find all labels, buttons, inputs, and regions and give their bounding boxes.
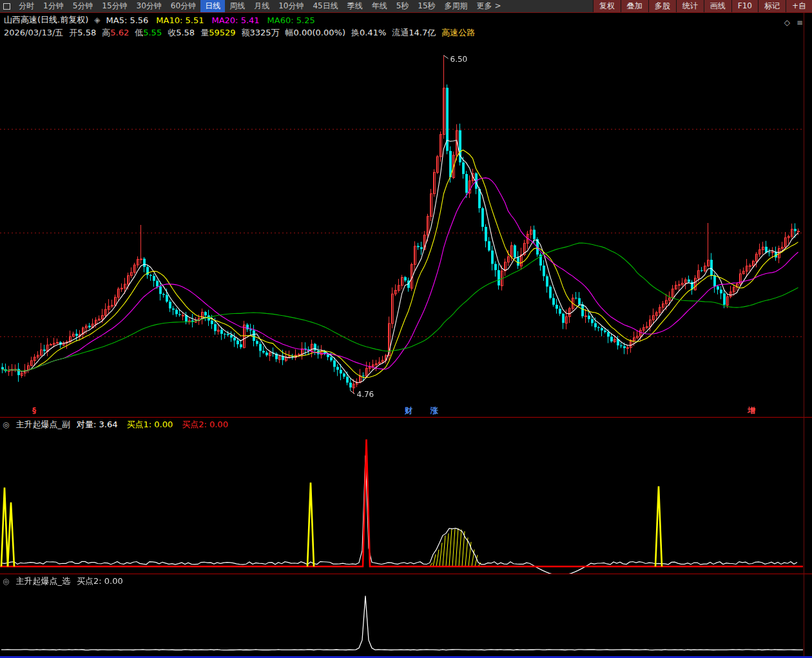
quote-field-label: 收 — [168, 28, 176, 37]
quote-field-量: 量59529 — [200, 27, 235, 39]
period-tab-周线[interactable]: 周线 — [225, 0, 249, 12]
indicator-2-values: 买点2: 0.00 — [77, 576, 123, 587]
indicator-2-name[interactable]: 主升起爆点_选 — [15, 576, 70, 587]
period-tab-15分钟[interactable]: 15分钟 — [97, 0, 131, 12]
toolbar-button-叠加[interactable]: 叠加 — [621, 0, 648, 12]
period-tab-年线[interactable]: 年线 — [367, 0, 392, 12]
indicator-1-name[interactable]: 主升起爆点_副 — [15, 419, 70, 431]
indicator-panel-2: ◎ 主升起爆点_选 买点2: 0.00 — [0, 574, 812, 657]
collapse-icon[interactable]: ◎ — [3, 420, 9, 429]
sector-link[interactable]: 高速公路 — [441, 27, 475, 39]
quote-field-label: 额 — [241, 28, 249, 37]
quote-field-value: 3325万 — [249, 28, 279, 37]
collapse-icon[interactable]: ◎ — [3, 577, 9, 586]
ma-label-3: MA20: 5.41 — [211, 15, 259, 25]
quote-field-额: 额3325万 — [241, 27, 279, 39]
chart-marker-增[interactable]: 增 — [748, 406, 755, 416]
quote-field-value: 0.41% — [360, 28, 386, 37]
indicator-1-values: 对量: 3.64买点1: 0.00买点2: 0.00 — [77, 419, 228, 431]
indicator-panel-1: ◎ 主升起爆点_副 对量: 3.64买点1: 0.00买点2: 0.00 — [0, 417, 812, 574]
chart-marker-财[interactable]: 财 — [405, 406, 412, 416]
toolbar-button-标记[interactable]: 标记 — [758, 0, 786, 12]
period-tabs: 分时1分钟5分钟15分钟30分钟60分钟日线周线月线10分钟45日线季线年线5秒… — [14, 0, 505, 12]
toolbar-right-buttons: 复权叠加多股统计画线F10标记+自 — [593, 0, 812, 12]
quote-field-value: 5.55 — [143, 28, 162, 37]
main-chart-canvas[interactable] — [0, 40, 812, 406]
info-bar: 山西高速(日线.前复权) ◈ MA5: 5.56MA10: 5.51MA20: … — [0, 13, 812, 40]
period-tab-日线[interactable]: 日线 — [200, 0, 225, 12]
quote-field-value: 59529 — [209, 28, 235, 37]
quote-field-流通: 流通14.7亿 — [392, 27, 436, 39]
menu-lines-icon[interactable]: ≡ — [797, 18, 803, 27]
quote-field-label: 开 — [69, 28, 77, 37]
info-row-2: 2026/03/13/五 开5.58高5.62低5.55收5.58量59529额… — [4, 27, 475, 39]
window-icon[interactable] — [3, 3, 10, 10]
chart-right-border — [804, 13, 804, 656]
period-tab-更多 >[interactable]: 更多 > — [472, 0, 506, 12]
period-tab-月线[interactable]: 月线 — [249, 0, 274, 12]
period-tab-30分钟[interactable]: 30分钟 — [132, 0, 166, 12]
indicator-value-2: 买点1: 0.00 — [126, 419, 173, 431]
ma-label-4: MA60: 5.25 — [267, 15, 315, 25]
indicator-value-1: 买点2: 0.00 — [77, 576, 123, 587]
ma-settings-icon[interactable]: ◈ — [94, 15, 100, 24]
toolbar-button-F10[interactable]: F10 — [731, 0, 758, 12]
period-tab-10分钟[interactable]: 10分钟 — [274, 0, 308, 12]
stock-app-window: 分时1分钟5分钟15分钟30分钟60分钟日线周线月线10分钟45日线季线年线5秒… — [0, 0, 812, 658]
period-tab-季线[interactable]: 季线 — [343, 0, 367, 12]
quote-field-label: 幅 — [285, 28, 294, 37]
quote-field-label: 换 — [351, 28, 360, 37]
quote-field-label: 低 — [135, 28, 143, 37]
toolbar-button-+自[interactable]: +自 — [786, 0, 812, 12]
indicator-2-canvas[interactable] — [0, 588, 812, 657]
toolbar-button-统计[interactable]: 统计 — [676, 0, 704, 12]
quote-fields: 开5.58高5.62低5.55收5.58量59529额3325万幅0.00(0.… — [69, 27, 436, 39]
period-tab-60分钟[interactable]: 60分钟 — [166, 0, 200, 12]
indicator-1-title-row: ◎ 主升起爆点_副 对量: 3.64买点1: 0.00买点2: 0.00 — [0, 418, 228, 432]
toolbar-button-复权[interactable]: 复权 — [593, 0, 621, 12]
ma-labels: MA5: 5.56MA10: 5.51MA20: 5.41MA60: 5.25 — [106, 15, 315, 25]
period-tab-5秒[interactable]: 5秒 — [392, 0, 414, 12]
indicator-value-3: 买点2: 0.00 — [182, 419, 228, 431]
indicator-1-canvas[interactable] — [0, 432, 812, 574]
ma-label-1: MA5: 5.56 — [106, 15, 149, 25]
period-tab-45日线[interactable]: 45日线 — [308, 0, 342, 12]
period-tab-15秒[interactable]: 15秒 — [413, 0, 440, 12]
chart-marker-涨[interactable]: 涨 — [430, 406, 438, 416]
quote-field-value: 0.00(0.00%) — [294, 28, 345, 37]
quote-field-label: 量 — [200, 28, 209, 37]
quote-field-value: 5.62 — [110, 28, 129, 37]
indicator-2-title-row: ◎ 主升起爆点_选 买点2: 0.00 — [0, 574, 123, 588]
quote-field-低: 低5.55 — [135, 27, 162, 39]
indicator-value-1: 对量: 3.64 — [77, 419, 117, 431]
chart-marker-§[interactable]: § — [32, 406, 36, 416]
quote-field-换: 换0.41% — [351, 27, 386, 39]
quote-field-高: 高5.62 — [102, 27, 129, 39]
stock-title: 山西高速(日线.前复权) — [4, 14, 88, 26]
quote-field-value: 14.7亿 — [409, 28, 436, 37]
toolbar-button-画线[interactable]: 画线 — [704, 0, 731, 12]
period-tab-分时[interactable]: 分时 — [14, 0, 39, 12]
toolbar: 分时1分钟5分钟15分钟30分钟60分钟日线周线月线10分钟45日线季线年线5秒… — [0, 0, 812, 13]
quote-field-幅: 幅0.00(0.00%) — [285, 27, 345, 39]
quote-field-开: 开5.58 — [69, 27, 96, 39]
quote-field-label: 高 — [102, 28, 110, 37]
info-row-1: 山西高速(日线.前复权) ◈ MA5: 5.56MA10: 5.51MA20: … — [4, 14, 315, 26]
ma-label-2: MA10: 5.51 — [156, 15, 204, 25]
period-tab-多周期[interactable]: 多周期 — [440, 0, 472, 12]
diamond-mark-icon[interactable]: ◇ — [784, 18, 790, 27]
period-tab-1分钟[interactable]: 1分钟 — [39, 0, 68, 12]
quote-field-value: 5.58 — [176, 28, 195, 37]
quote-field-value: 5.58 — [77, 28, 96, 37]
period-tab-5分钟[interactable]: 5分钟 — [68, 0, 98, 12]
quote-field-收: 收5.58 — [168, 27, 195, 39]
quote-field-label: 流通 — [392, 28, 409, 37]
toolbar-button-多股[interactable]: 多股 — [648, 0, 676, 12]
chart-corner-icons: ◇ ≡ — [784, 18, 803, 27]
date-label: 2026/03/13/五 — [4, 27, 63, 39]
chart-markers-row: §财涨增 — [0, 406, 812, 417]
